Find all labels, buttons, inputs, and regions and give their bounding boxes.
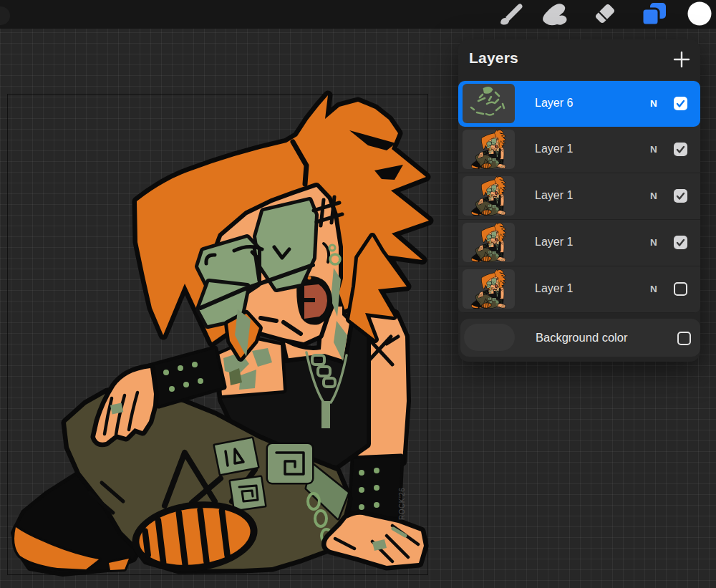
svg-text:ROCK'26: ROCK'26 xyxy=(398,488,406,520)
